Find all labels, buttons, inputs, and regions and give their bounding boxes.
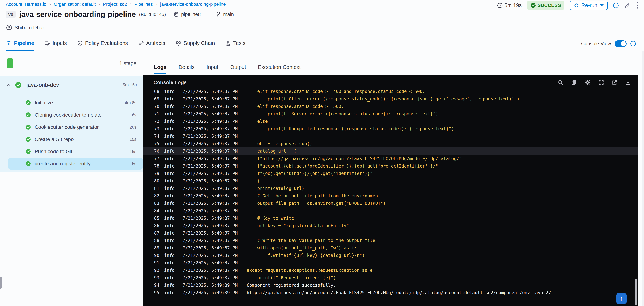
stage-row[interactable]: java-onb-dev 5m 16s bbox=[0, 76, 143, 94]
console-view-toggle[interactable] bbox=[614, 40, 626, 47]
log-line-number: 90 bbox=[150, 253, 159, 258]
tab-output[interactable]: Output bbox=[230, 64, 246, 75]
tab-supply-chain[interactable]: Supply Chain bbox=[176, 40, 215, 51]
settings-gear-icon[interactable] bbox=[584, 79, 591, 86]
pipeline-icon bbox=[6, 41, 12, 46]
tab-logs[interactable]: Logs bbox=[154, 64, 166, 75]
log-line-level: info bbox=[164, 253, 174, 258]
tab-artifacts[interactable]: Artifacts bbox=[138, 40, 165, 51]
step-success-icon bbox=[26, 149, 31, 154]
step-row[interactable]: Cookiecutter code generator 20s bbox=[0, 121, 143, 133]
log-line-code: https://qa.harness.io/ng/account/zEaak-F… bbox=[247, 290, 551, 295]
breadcrumb-organization[interactable]: Organization: default bbox=[54, 2, 96, 7]
log-line-timestamp: 7/21/2025, 5:49:37 PM bbox=[182, 201, 238, 206]
log-line-number: 80 bbox=[150, 178, 159, 184]
chevron-up-icon[interactable] bbox=[6, 83, 11, 88]
log-line-level: info bbox=[164, 268, 174, 273]
log-link[interactable]: https://qa.harness.io/ng/account/zEaak-F… bbox=[247, 290, 551, 295]
step-row[interactable]: Initialize 4m 8s bbox=[0, 97, 143, 109]
artifacts-icon bbox=[138, 41, 144, 46]
log-line-number: 94 bbox=[150, 283, 159, 288]
log-line-code: url_key = "registeredCatalogEntity" bbox=[247, 223, 349, 228]
log-line-timestamp: 7/21/2025, 5:49:37 PM bbox=[182, 268, 238, 273]
log-line-number: 88 bbox=[150, 238, 159, 243]
log-line-timestamp: 7/21/2025, 5:49:37 PM bbox=[182, 97, 238, 102]
tab-inputs[interactable]: Inputs bbox=[45, 40, 67, 51]
pipeline-execution-page: Account: Harness.io › Organization: defa… bbox=[0, 0, 644, 306]
tab-tests[interactable]: Tests bbox=[226, 40, 246, 51]
log-scrollbar-thumb[interactable] bbox=[635, 279, 638, 305]
log-line: 68 info 7/21/2025, 5:49:37 PM elif respo… bbox=[144, 90, 638, 95]
rerun-button[interactable]: Re-run bbox=[570, 1, 608, 10]
log-line-level: info bbox=[164, 260, 174, 265]
log-line: 93 info 7/21/2025, 5:49:37 PM print(f" R… bbox=[144, 274, 638, 281]
log-line-timestamp: 7/21/2025, 5:49:37 PM bbox=[182, 141, 238, 146]
inputs-icon bbox=[45, 41, 50, 46]
avatar bbox=[6, 25, 12, 31]
log-line-level: info bbox=[164, 164, 174, 169]
log-line-number: 75 bbox=[150, 141, 159, 146]
more-options-icon[interactable] bbox=[636, 2, 638, 9]
search-icon[interactable] bbox=[558, 80, 564, 85]
left-edge-drag-handle[interactable] bbox=[0, 277, 2, 289]
breadcrumb-project[interactable]: Project: sd2 bbox=[103, 2, 127, 7]
tab-execution-context[interactable]: Execution Context bbox=[258, 64, 301, 75]
step-row[interactable]: create and register entity 5s bbox=[0, 158, 143, 170]
log-line-timestamp: 7/21/2025, 5:49:37 PM bbox=[182, 134, 238, 139]
log-line-timestamp: 7/21/2025, 5:49:37 PM bbox=[182, 111, 238, 117]
log-line-timestamp: 7/21/2025, 5:49:37 PM bbox=[182, 178, 238, 184]
page-scrollbar-track[interactable] bbox=[642, 51, 644, 306]
log-line-level: info bbox=[164, 223, 174, 228]
tab-input[interactable]: Input bbox=[206, 64, 218, 75]
info-icon[interactable] bbox=[613, 3, 619, 8]
log-line: 94 info 7/21/2025, 5:49:39 PM Component … bbox=[144, 281, 638, 289]
step-name: Initialize bbox=[35, 100, 53, 106]
breadcrumb-pipelines[interactable]: Pipelines bbox=[134, 2, 153, 7]
tab-policy-evaluations[interactable]: Policy Evaluations bbox=[77, 40, 128, 51]
chevron-down-icon[interactable] bbox=[600, 4, 604, 6]
step-name: Create a Git repo bbox=[35, 136, 74, 142]
log-line-code: print(f"Client error ({response.status_c… bbox=[247, 97, 520, 102]
step-row[interactable]: Cloning cookiecutter template 6s bbox=[0, 109, 143, 121]
step-row[interactable]: Create a Git repo 15s bbox=[0, 133, 143, 145]
log-line-level: info bbox=[164, 104, 174, 109]
log-line-code: obj = response.json() bbox=[247, 141, 312, 146]
edit-pencil-icon[interactable] bbox=[624, 2, 630, 9]
tab-details[interactable]: Details bbox=[178, 64, 194, 75]
execution-duration: 5m 19s bbox=[497, 2, 522, 8]
scroll-to-top-button[interactable]: ↑ bbox=[616, 293, 626, 304]
step-list: Initialize 4m 8s Cloning cookiecutter te… bbox=[0, 95, 143, 170]
step-name: Cookiecutter code generator bbox=[35, 124, 99, 130]
log-line-number: 85 bbox=[150, 216, 159, 221]
breadcrumb-separator: › bbox=[49, 2, 51, 7]
log-link[interactable]: https://qa.harness.io/ng/account/zEaak-F… bbox=[262, 156, 459, 161]
download-icon[interactable] bbox=[625, 80, 631, 85]
log-line-level: info bbox=[164, 126, 174, 131]
log-line-level: info bbox=[164, 156, 174, 161]
step-name: Push code to Git bbox=[35, 149, 72, 154]
log-line: 70 info 7/21/2025, 5:49:37 PM elif respo… bbox=[144, 103, 638, 110]
log-lines: 68 info 7/21/2025, 5:49:37 PM elif respo… bbox=[144, 90, 638, 296]
tab-pipeline[interactable]: Pipeline bbox=[6, 40, 34, 51]
log-line-level: info bbox=[164, 171, 174, 176]
log-line-code: print(f"Unexpected response ({response.s… bbox=[247, 126, 454, 131]
log-line: 84 info 7/21/2025, 5:49:37 PM bbox=[144, 207, 638, 214]
log-line-code: f"account.{obj.get('orgIdentifier')}.{ob… bbox=[247, 164, 438, 169]
log-line-number: 89 bbox=[150, 245, 159, 250]
log-line-level: info bbox=[164, 186, 174, 191]
open-in-new-icon[interactable] bbox=[612, 80, 618, 85]
log-line-timestamp: 7/21/2025, 5:49:37 PM bbox=[182, 223, 238, 228]
log-line-number: 69 bbox=[150, 97, 159, 102]
log-line-timestamp: 7/21/2025, 5:49:37 PM bbox=[182, 245, 238, 250]
breadcrumb-account[interactable]: Account: Harness.io bbox=[6, 2, 46, 7]
branch-chip: main bbox=[216, 12, 234, 17]
fullscreen-icon[interactable] bbox=[598, 80, 604, 85]
log-line-level: info bbox=[164, 231, 174, 236]
console-view-label: Console View bbox=[581, 41, 611, 47]
log-line-number: 91 bbox=[150, 260, 159, 265]
step-row[interactable]: Push code to Git 15s bbox=[0, 145, 143, 158]
copy-icon[interactable] bbox=[571, 80, 577, 85]
log-line: 92 info 7/21/2025, 5:49:37 PM except req… bbox=[144, 266, 638, 274]
breadcrumb-pipeline-name[interactable]: java-service-onboarding-pipeline bbox=[160, 2, 226, 7]
info-icon[interactable] bbox=[630, 41, 636, 47]
